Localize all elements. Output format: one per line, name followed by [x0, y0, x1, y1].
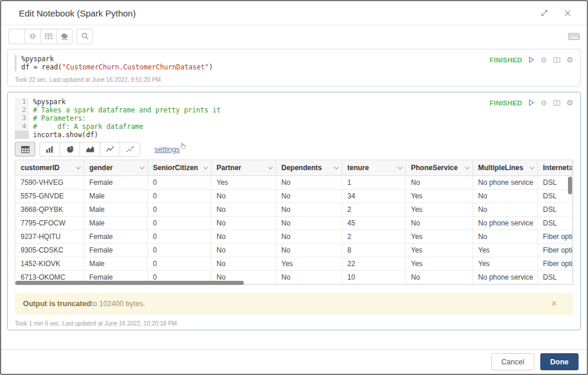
column-label: MultipleLines — [478, 164, 524, 172]
table-cell: Male — [84, 203, 147, 216]
chevron-down-icon[interactable] — [529, 164, 534, 169]
collapse-paragraph-icon[interactable] — [540, 99, 547, 107]
column-header-PhoneService[interactable]: PhoneService — [405, 160, 473, 175]
table-cell: 8 — [342, 243, 405, 257]
viz-line-chart-button[interactable] — [100, 142, 120, 157]
line-number: 1 — [15, 98, 29, 106]
code-line: df = read("CustomerChurn.CustomerChurnDa… — [21, 63, 213, 71]
output-truncated-warning: Output is truncated to 102400 bytes. × — [15, 293, 573, 315]
table-cell: 0 — [147, 257, 211, 270]
column-header-MultipleLines[interactable]: MultipleLines — [473, 160, 537, 175]
table-cell: Yes — [211, 175, 276, 189]
table-cell: No — [211, 216, 276, 230]
horizontal-scrollbar[interactable] — [15, 281, 244, 285]
table-cell: 9237-HQITU — [15, 230, 84, 243]
table-cell: No — [405, 270, 473, 284]
column-header-customerID[interactable]: customerID — [15, 160, 84, 175]
cancel-button[interactable]: Cancel — [491, 353, 534, 370]
viz-scatter-chart-button[interactable] — [120, 142, 140, 157]
viz-bar-chart-button[interactable] — [39, 142, 60, 157]
cursor-hand-icon — [179, 142, 187, 153]
warning-close-icon[interactable]: × — [551, 300, 565, 307]
chevron-down-icon[interactable] — [203, 164, 207, 169]
chevron-down-icon[interactable] — [75, 164, 80, 169]
book-icon[interactable] — [553, 99, 561, 107]
eraser-icon — [61, 33, 68, 38]
column-label: tenure — [348, 164, 369, 172]
code-line: incorta.show(df) — [15, 131, 221, 139]
table-cell: DSL — [537, 189, 573, 203]
expand-resize-icon[interactable] — [540, 9, 549, 17]
table-row: 9237-HQITUFemale0NoNo2YesNoFiber optic — [15, 230, 573, 243]
chevron-down-icon[interactable] — [333, 164, 338, 169]
table-row: 1452-KIOVKMale0NoYes22YesYesFiber optic — [15, 257, 573, 270]
chevron-down-icon[interactable] — [139, 164, 144, 169]
line-number — [15, 131, 29, 139]
column-label: SeniorCitizen — [153, 164, 199, 172]
code-line: 1%pyspark — [15, 98, 221, 106]
book-icon[interactable] — [553, 57, 561, 64]
gear-icon[interactable]: ⚙ — [566, 56, 573, 64]
column-label: Dependents — [282, 164, 322, 172]
column-header-Partner[interactable]: Partner — [211, 160, 276, 175]
table-cell: Yes — [405, 189, 473, 203]
chevron-down-icon[interactable] — [267, 164, 272, 169]
chart-type-group — [39, 142, 140, 157]
column-header-Internet[interactable]: Internet≡ — [537, 160, 573, 175]
column-header-Dependents[interactable]: Dependents — [276, 160, 342, 175]
column-label: PhoneService — [411, 164, 458, 172]
table-cell: Fiber optic — [537, 257, 573, 270]
column-header-gender[interactable]: gender — [84, 160, 147, 175]
close-icon[interactable] — [564, 9, 572, 17]
notebook-cells: %pysparkdf = read("CustomerChurn.Custome… — [1, 47, 587, 349]
viz-pie-chart-button[interactable] — [60, 142, 80, 157]
viz-table-button[interactable] — [15, 142, 35, 157]
run-paragraph-icon[interactable] — [527, 56, 535, 64]
done-button[interactable]: Done — [540, 353, 579, 370]
code-editor-cell2[interactable]: 1%pyspark2# Takes a spark dataframe and … — [15, 98, 221, 139]
column-label: Partner — [217, 164, 242, 172]
table-cell: No — [276, 175, 342, 189]
run-all-button[interactable] — [8, 29, 25, 44]
table-cell: No — [276, 230, 342, 243]
clear-output-button[interactable] — [56, 29, 72, 44]
code-editor-cell1[interactable]: %pysparkdf = read("CustomerChurn.Custome… — [15, 55, 213, 71]
result-table-container: customerIDgenderSeniorCitizenPartnerDepe… — [15, 160, 573, 285]
notebook-book-button[interactable] — [40, 29, 57, 44]
code-line: 4# df: A spark dataframe — [15, 122, 221, 131]
table-cell: No phone service — [473, 216, 537, 230]
table-cell: No — [405, 175, 473, 189]
chevron-down-icon[interactable] — [397, 164, 402, 169]
table-cell: 0 — [147, 216, 211, 230]
table-cell: 0 — [147, 189, 211, 203]
table-cell: No — [276, 216, 342, 230]
column-menu-icon[interactable]: ≡ — [569, 163, 573, 172]
keyboard-shortcuts-icon[interactable] — [568, 33, 580, 40]
table-cell: 0 — [147, 243, 211, 257]
table-cell: Yes — [405, 257, 473, 270]
table-cell: No — [211, 203, 276, 216]
chevron-down-icon[interactable] — [464, 164, 469, 169]
table-cell: 2 — [342, 230, 405, 243]
viz-area-chart-button[interactable] — [80, 142, 100, 157]
column-header-SeniorCitizen[interactable]: SeniorCitizen — [147, 160, 211, 175]
table-cell: DSL — [537, 270, 573, 284]
table-cell: 5575-GNVDE — [15, 189, 84, 203]
table-cell: No — [211, 230, 276, 243]
column-header-tenure[interactable]: tenure — [342, 160, 405, 175]
collapse-all-button[interactable] — [24, 29, 41, 44]
run-paragraph-icon[interactable] — [527, 99, 535, 107]
collapse-paragraph-icon[interactable] — [540, 57, 547, 64]
visualization-toolbar: settings — [15, 142, 573, 157]
table-cell: Fiber optic — [537, 230, 573, 243]
gear-icon[interactable]: ⚙ — [566, 99, 573, 107]
search-button[interactable] — [77, 29, 93, 44]
table-cell: 0 — [147, 230, 211, 243]
settings-link[interactable]: settings — [154, 145, 180, 154]
code-line: 3# Parameters: — [15, 114, 221, 122]
table-cell: No — [473, 203, 537, 216]
vertical-scrollbar[interactable] — [568, 177, 572, 194]
table-cell: 34 — [342, 189, 405, 203]
status-badge: FINISHED — [490, 99, 522, 107]
table-cell: Female — [84, 243, 147, 257]
